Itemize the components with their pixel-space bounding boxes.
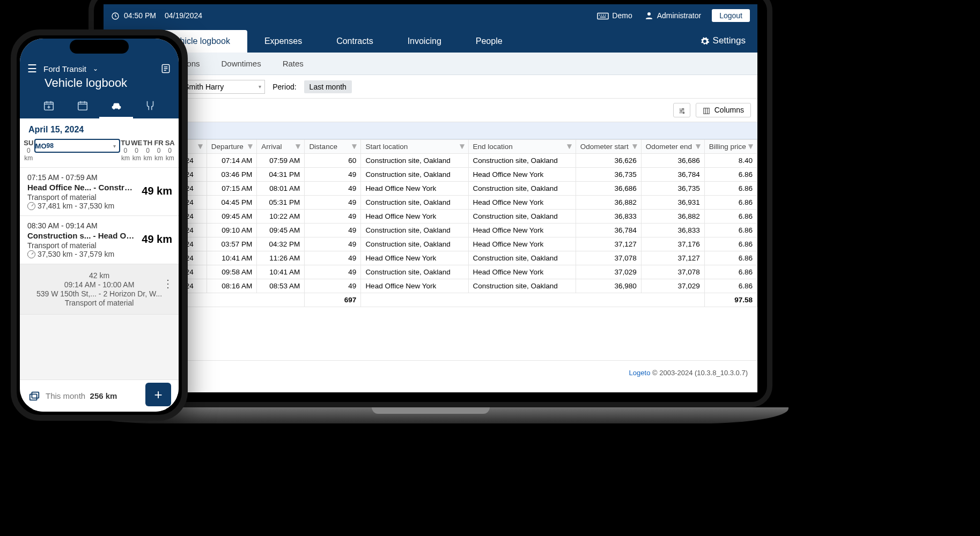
brand-link[interactable]: Logeto: [629, 369, 651, 377]
table-row[interactable]: d Transit03/04/202407:14 AM07:59 AM60Con…: [104, 154, 757, 168]
col-departure[interactable]: Departure⯆: [207, 140, 257, 154]
filter-icon[interactable]: ⯆: [247, 143, 253, 150]
group-hint[interactable]: up by that column: [104, 122, 757, 139]
logout-button[interactable]: Logout: [712, 9, 750, 22]
phone-notch: [70, 40, 129, 54]
table-row[interactable]: d Transit03/08/202408:16 AM08:53 AM49Hea…: [104, 279, 757, 293]
odometer-icon: [27, 250, 35, 258]
tab-vehicle[interactable]: [99, 100, 133, 118]
tab-invoicing[interactable]: Invoicing: [390, 30, 459, 53]
period-select[interactable]: Last month: [304, 80, 352, 93]
tab-contracts[interactable]: Contracts: [319, 30, 390, 53]
columns-icon: [703, 106, 712, 114]
day-fr[interactable]: FR0 km: [153, 139, 165, 162]
filter-icon[interactable]: ⯆: [695, 143, 701, 150]
filter-icon[interactable]: ⯆: [566, 143, 572, 150]
desktop-app: 04:50 PM 04/19/2024 Demo Administrator L…: [104, 4, 757, 392]
svg-point-3: [682, 108, 683, 109]
user-name[interactable]: Administrator: [657, 11, 701, 20]
day-su[interactable]: SU0 km: [23, 139, 34, 162]
table-row[interactable]: d Transit03/07/202409:45 AM10:22 AM49Hea…: [104, 210, 757, 224]
total-price: 97.58: [704, 293, 757, 307]
suggested-trip[interactable]: 42 km 09:14 AM - 10:00 AM 539 W 150th St…: [20, 264, 179, 315]
driver-select[interactable]: Smith Harry: [179, 80, 265, 94]
more-icon[interactable]: ⋮: [163, 277, 173, 290]
trip-item[interactable]: 08:30 AM - 09:14 AMConstruction s... - H…: [20, 216, 179, 264]
table-row[interactable]: d Transit03/06/202407:15 AM08:01 AM49Hea…: [104, 182, 757, 196]
table-row[interactable]: d Transit03/08/202403:57 PM04:32 PM49Con…: [104, 237, 757, 251]
sub-tabs: clesTrip reasonsDowntimesRates: [104, 53, 757, 75]
trip-item[interactable]: 07:15 AM - 07:59 AMHead Office Ne... - C…: [20, 168, 179, 216]
mobile-app: ☰ Ford Transit ⌄ Vehicle logbook April 1…: [20, 39, 179, 412]
table-row[interactable]: d Transit03/08/202410:41 AM11:26 AM49Hea…: [104, 251, 757, 265]
tab-people[interactable]: People: [459, 30, 520, 53]
phone-frame: ☰ Ford Transit ⌄ Vehicle logbook April 1…: [11, 29, 188, 421]
keyboard-icon: [597, 11, 609, 20]
vehicle-name[interactable]: Ford Transit: [43, 64, 86, 73]
col-odometer-start[interactable]: Odometer start⯆: [576, 140, 641, 154]
svg-rect-1: [598, 13, 608, 19]
account-label[interactable]: Demo: [612, 11, 632, 20]
filters-bar: Driver: Smith Harry Period: Last month: [104, 75, 757, 99]
filter-icon[interactable]: ⯆: [197, 143, 203, 150]
subtab-downtimes[interactable]: Downtimes: [211, 55, 272, 72]
user-icon: [644, 11, 654, 20]
total-distance: 697: [305, 293, 361, 307]
grid-settings-button[interactable]: [673, 103, 690, 117]
selected-date[interactable]: April 15, 2024: [20, 118, 179, 139]
clock-icon: [111, 11, 120, 20]
col-distance[interactable]: Distance⯆: [305, 140, 361, 154]
trips-table: cle⯆Date▲⯆Departure⯆Arrival⯆Distance⯆Sta…: [104, 139, 757, 307]
tab-expenses[interactable]: Expenses: [247, 30, 319, 53]
topbar-date: 04/19/2024: [165, 11, 202, 20]
svg-rect-6: [704, 108, 710, 114]
day-sa[interactable]: SA0 km: [164, 139, 175, 162]
filter-icon[interactable]: ⯆: [632, 143, 638, 150]
svg-point-2: [647, 12, 651, 16]
main-tabs: ngVehicle logbookExpensesContractsInvoic…: [104, 27, 757, 53]
list-icon[interactable]: [160, 63, 171, 74]
col-billing-price[interactable]: Billing price⯆: [704, 140, 757, 154]
topbar-time: 04:50 PM: [124, 11, 156, 20]
pager: 1 2 ▸: [104, 307, 757, 334]
table-row[interactable]: d Transit03/08/202409:58 AM10:41 AM49Con…: [104, 265, 757, 279]
sliders-icon: [678, 106, 686, 114]
filter-icon[interactable]: ⯆: [351, 143, 357, 150]
chevron-down-icon[interactable]: ⌄: [93, 65, 98, 72]
filter-icon[interactable]: ⯆: [459, 143, 465, 150]
filter-icon[interactable]: ⯆: [295, 143, 301, 150]
topbar: 04:50 PM 04/19/2024 Demo Administrator L…: [104, 4, 757, 27]
svg-rect-10: [30, 394, 37, 400]
add-button[interactable]: +: [145, 383, 171, 406]
day-mo[interactable]: MO98: [34, 139, 120, 153]
settings-link[interactable]: Settings: [700, 35, 757, 53]
stack-icon[interactable]: [28, 390, 40, 403]
copyright: © 2003-2024 (10.3.8_10.3.0.7): [652, 369, 748, 377]
tab-calendar[interactable]: [65, 100, 99, 118]
svg-rect-11: [32, 392, 39, 398]
col-start-location[interactable]: Start location⯆: [361, 140, 468, 154]
mobile-tabs: [27, 98, 171, 118]
table-row[interactable]: d Transit03/06/202403:46 PM04:31 PM49Con…: [104, 168, 757, 182]
table-row[interactable]: d Transit03/07/202404:45 PM05:31 PM49Con…: [104, 196, 757, 210]
col-odometer-end[interactable]: Odometer end⯆: [641, 140, 704, 154]
laptop-frame: 04:50 PM 04/19/2024 Demo Administrator L…: [89, 0, 772, 407]
table-row[interactable]: d Transit03/07/202409:10 AM09:45 AM49Con…: [104, 224, 757, 237]
svg-point-4: [681, 110, 682, 111]
subtab-rates[interactable]: Rates: [272, 55, 314, 72]
timezone-tail: ean Time): [113, 377, 748, 385]
hamburger-icon[interactable]: ☰: [27, 62, 37, 75]
footer: ✉ support@logeto.com Logeto © 2003-2024 …: [104, 360, 757, 392]
page-title: Vehicle logbook: [27, 75, 171, 98]
filter-icon[interactable]: ⯆: [748, 143, 754, 150]
day-tu[interactable]: TU0 km: [120, 139, 131, 162]
tab-tools[interactable]: [133, 100, 167, 118]
col-arrival[interactable]: Arrival⯆: [257, 140, 305, 154]
day-we[interactable]: WE0 km: [131, 139, 142, 162]
grid-toolbar: ⤓Export Columns: [104, 99, 757, 122]
period-label: Period:: [272, 83, 296, 91]
day-th[interactable]: TH0 km: [142, 139, 153, 162]
tab-calendar-plus[interactable]: [32, 100, 65, 118]
col-end-location[interactable]: End location⯆: [468, 140, 576, 154]
columns-button[interactable]: Columns: [696, 103, 751, 117]
